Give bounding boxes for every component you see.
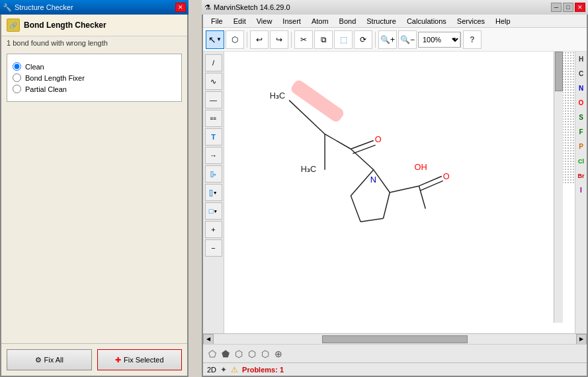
svg-text:O: O bbox=[375, 134, 382, 144]
partial-clean-label: Partial Clean bbox=[25, 85, 67, 93]
shape-double-ring[interactable]: ⊕ bbox=[274, 349, 282, 359]
checker-title: Bond Length Checker bbox=[24, 21, 106, 30]
move-button[interactable]: ⟳ bbox=[354, 30, 372, 49]
bond-length-fixer-radio[interactable] bbox=[13, 73, 21, 82]
line-tool[interactable]: — bbox=[205, 91, 222, 108]
status-bar: 2D ✦ ⚠ Problems: 1 bbox=[203, 362, 587, 376]
bond-length-fixer-label: Bond Length Fixer bbox=[25, 74, 85, 82]
zoom-out-icon: 🔍− bbox=[400, 35, 415, 44]
option-clean[interactable]: Clean bbox=[13, 62, 176, 71]
select-tool-button[interactable]: ↖ ▼ bbox=[206, 30, 224, 49]
clean-radio[interactable] bbox=[13, 62, 21, 71]
option-bond-length-fixer[interactable]: Bond Length Fixer bbox=[13, 73, 176, 82]
right-title-text: ⚗ MarvinSketch 14.6.29.0 bbox=[204, 3, 290, 12]
menu-file[interactable]: File bbox=[206, 16, 228, 26]
fix-selected-button[interactable]: ✚ Fix Selected bbox=[97, 349, 183, 370]
checker-icon: 🔗 bbox=[7, 19, 20, 32]
svg-text:H₃C: H₃C bbox=[270, 91, 285, 101]
rect-icon: □ bbox=[209, 207, 214, 215]
text-tool[interactable]: T bbox=[205, 128, 222, 146]
option-partial-clean[interactable]: Partial Clean bbox=[13, 85, 176, 93]
draw-bond-tool[interactable]: / bbox=[205, 54, 222, 71]
redo-button[interactable]: ↪ bbox=[270, 30, 288, 49]
fix-all-button[interactable]: ⚙ Fix All bbox=[7, 349, 92, 370]
left-toolbar: / ∿ — ≡≡ T → []ₙ [] ▼ □ ▼ + − bbox=[203, 52, 224, 333]
shape-hexagon[interactable]: ⬡ bbox=[235, 349, 243, 359]
bracket-n-icon: []ₙ bbox=[210, 171, 216, 177]
svg-line-12 bbox=[360, 218, 383, 222]
zoom-select[interactable]: 100% 50% 150% 200% bbox=[418, 32, 461, 48]
element-I[interactable]: I bbox=[580, 185, 582, 196]
help-icon: ? bbox=[470, 35, 474, 44]
menu-edit[interactable]: Edit bbox=[228, 16, 251, 26]
select-dropdown-icon: ▼ bbox=[216, 36, 222, 42]
svg-line-7 bbox=[325, 134, 351, 149]
horizontal-scrollbar[interactable]: ◀ ▶ bbox=[203, 333, 587, 344]
remove-tool[interactable]: − bbox=[205, 239, 222, 257]
menu-calculations[interactable]: Calculations bbox=[401, 16, 452, 26]
menu-atom[interactable]: Atom bbox=[306, 16, 334, 26]
menu-help[interactable]: Help bbox=[490, 16, 516, 26]
element-C[interactable]: C bbox=[579, 69, 583, 79]
bracket-tool[interactable]: [] ▼ bbox=[205, 184, 222, 201]
lasso-tool-button[interactable]: ⬡ bbox=[226, 30, 244, 49]
element-F[interactable]: F bbox=[579, 127, 583, 138]
text-icon: T bbox=[211, 133, 216, 141]
panel-gap bbox=[189, 15, 202, 377]
svg-line-13 bbox=[351, 196, 360, 222]
toolbar-sep-2 bbox=[291, 32, 292, 48]
menu-services[interactable]: Services bbox=[452, 16, 490, 26]
element-P[interactable]: P bbox=[579, 142, 583, 152]
line-icon: — bbox=[210, 96, 217, 104]
zoom-out-button[interactable]: 🔍− bbox=[398, 30, 417, 49]
element-N[interactable]: N bbox=[579, 83, 583, 94]
scroll-track[interactable] bbox=[214, 335, 576, 344]
paste-button[interactable]: ⬚ bbox=[334, 30, 353, 49]
menu-view[interactable]: View bbox=[251, 16, 278, 26]
add-tool[interactable]: + bbox=[205, 221, 222, 238]
cut-button[interactable]: ✂ bbox=[294, 30, 313, 49]
element-Cl[interactable]: Cl bbox=[578, 156, 584, 167]
shape-pentagon[interactable]: ⬠ bbox=[208, 349, 216, 359]
left-title-label: Structure Checker bbox=[15, 3, 73, 11]
menu-bond[interactable]: Bond bbox=[334, 16, 362, 26]
structure-checker-panel: 🔗 Bond Length Checker 1 bond found with … bbox=[0, 15, 189, 377]
select-arrow-icon: ↖ bbox=[208, 34, 216, 45]
triple-bond-tool[interactable]: ≡≡ bbox=[205, 110, 222, 127]
right-maximize-button[interactable]: □ bbox=[563, 3, 573, 12]
element-Br[interactable]: Br bbox=[577, 171, 584, 181]
status-star-icon: ✦ bbox=[220, 365, 227, 374]
element-O[interactable]: O bbox=[579, 98, 584, 108]
problems-label: Problems: 1 bbox=[242, 366, 284, 374]
shape-pentagon-2[interactable]: ⬟ bbox=[222, 349, 230, 359]
chain-tool[interactable]: ∿ bbox=[205, 73, 222, 90]
redo-icon: ↪ bbox=[276, 35, 282, 44]
partial-clean-radio[interactable] bbox=[13, 85, 21, 93]
shape-hexagon-2[interactable]: ⬡ bbox=[248, 349, 256, 359]
vertical-scrollbar[interactable] bbox=[554, 52, 563, 323]
element-S[interactable]: S bbox=[579, 112, 583, 123]
scroll-thumb[interactable] bbox=[322, 335, 467, 343]
undo-button[interactable]: ↩ bbox=[250, 30, 269, 49]
shape-hexagon-3[interactable]: ⬡ bbox=[261, 349, 269, 359]
scroll-left-button[interactable]: ◀ bbox=[203, 334, 214, 345]
right-close-button[interactable]: ✕ bbox=[575, 3, 585, 12]
left-close-button[interactable]: ✕ bbox=[175, 3, 186, 12]
vertical-scrollbar-thumb[interactable] bbox=[555, 52, 563, 91]
zoom-in-button[interactable]: 🔍+ bbox=[378, 30, 397, 49]
rect-tool[interactable]: □ ▼ bbox=[205, 202, 222, 220]
arrow-tool[interactable]: → bbox=[205, 147, 222, 164]
toolbar: ↖ ▼ ⬡ ↩ ↪ ✂ ⧉ ⬚ ⟳ bbox=[203, 28, 587, 52]
menu-structure[interactable]: Structure bbox=[361, 16, 401, 26]
bracket-n-tool[interactable]: []ₙ bbox=[205, 165, 222, 183]
right-minimize-button[interactable]: ─ bbox=[551, 3, 562, 12]
element-H[interactable]: H bbox=[579, 54, 583, 65]
scroll-right-button[interactable]: ▶ bbox=[576, 334, 587, 345]
svg-text:H₃C: H₃C bbox=[301, 164, 316, 174]
copy-button[interactable]: ⧉ bbox=[314, 30, 333, 49]
help-button[interactable]: ? bbox=[463, 30, 482, 49]
svg-line-9 bbox=[351, 149, 373, 169]
menu-insert[interactable]: Insert bbox=[277, 16, 306, 26]
svg-line-11 bbox=[383, 192, 390, 218]
molecule-canvas[interactable]: H₃C O H₃C bbox=[224, 52, 575, 333]
